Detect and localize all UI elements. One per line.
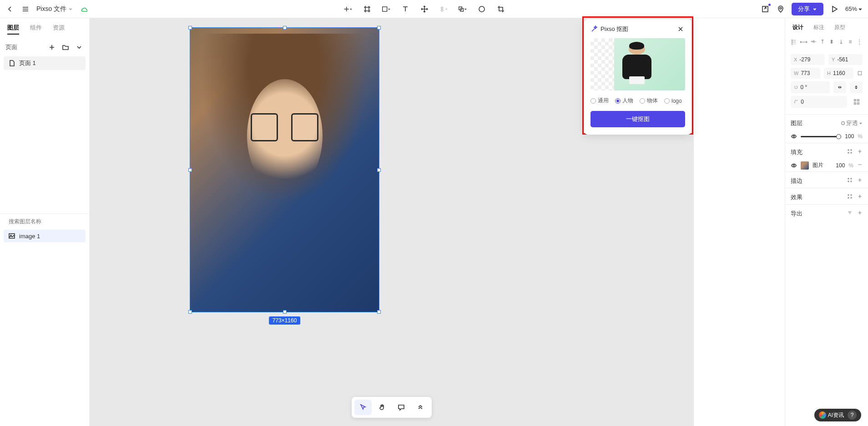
svg-point-27	[851, 181, 852, 182]
page-icon	[8, 60, 15, 67]
layer-mode-dropdown[interactable]: 穿透	[841, 119, 863, 127]
radius-field[interactable]	[791, 96, 847, 108]
rotation-field[interactable]	[791, 81, 830, 93]
hand-tool[interactable]	[373, 400, 391, 415]
option-logo[interactable]: logo	[664, 97, 682, 105]
stroke-section-header: 描边	[785, 171, 868, 188]
tab-prototype[interactable]: 原型	[834, 24, 845, 31]
option-general[interactable]: 通用	[590, 97, 609, 105]
effect-style-icon[interactable]	[847, 193, 853, 201]
link-dimensions-icon[interactable]	[857, 68, 863, 79]
resize-handle-ml[interactable]	[188, 168, 192, 172]
fill-type-label[interactable]: 图片	[812, 161, 832, 169]
selected-image[interactable]: 773×1160	[190, 27, 379, 312]
add-effect-icon[interactable]	[857, 193, 863, 201]
crop-tool[interactable]	[496, 5, 505, 14]
align-top-icon[interactable]: ⤒	[820, 39, 826, 45]
height-field[interactable]: H	[824, 68, 853, 79]
opacity-slider[interactable]	[801, 136, 841, 137]
resize-handle-tr[interactable]	[377, 26, 381, 30]
resize-handle-bm[interactable]	[283, 310, 287, 314]
text-tool[interactable]	[401, 5, 410, 14]
flip-h-button[interactable]	[833, 81, 846, 93]
opacity-value[interactable]: 100	[845, 133, 854, 140]
distribute-v-icon[interactable]: ⋮	[857, 39, 863, 45]
visibility-icon[interactable]	[791, 133, 797, 140]
location-icon[interactable]	[776, 5, 785, 14]
help-icon[interactable]: ?	[848, 411, 857, 420]
resize-handle-br[interactable]	[377, 310, 381, 314]
component-tool[interactable]	[439, 5, 448, 14]
fill-swatch[interactable]	[801, 161, 809, 170]
svg-point-26	[848, 181, 849, 182]
option-object[interactable]: 物体	[640, 97, 658, 105]
tab-layers[interactable]: 图层	[7, 24, 19, 35]
add-stroke-icon[interactable]	[857, 176, 863, 185]
add-page-icon[interactable]	[47, 43, 56, 52]
back-button[interactable]	[5, 5, 15, 14]
filter-icon[interactable]	[81, 218, 81, 225]
tab-design[interactable]: 设计	[792, 24, 803, 31]
frame-tool[interactable]	[363, 5, 372, 14]
cutout-button[interactable]: 一键抠图	[590, 111, 685, 127]
add-tool[interactable]	[343, 5, 353, 14]
pages-folder-icon[interactable]	[61, 43, 70, 52]
collapse-pages-icon[interactable]	[75, 43, 84, 52]
export-settings-icon[interactable]	[847, 209, 853, 218]
shape-tool[interactable]	[382, 5, 391, 14]
menu-button[interactable]	[21, 5, 30, 14]
tab-components[interactable]: 组件	[30, 24, 42, 35]
add-export-icon[interactable]	[857, 209, 863, 218]
fill-opacity-value[interactable]: 100	[836, 162, 845, 169]
export-icon[interactable]	[761, 5, 770, 14]
x-field[interactable]: X	[791, 54, 825, 65]
align-center-h-icon[interactable]: ⟷	[800, 39, 807, 45]
more-tools[interactable]	[412, 400, 429, 415]
tab-annotate[interactable]: 标注	[813, 24, 824, 31]
watermark-icon	[819, 411, 826, 419]
page-item[interactable]: 页面 1	[4, 56, 86, 70]
layer-item[interactable]: image 1	[4, 230, 86, 242]
align-left-icon[interactable]: ⬱	[791, 39, 797, 45]
align-center-v-icon[interactable]: ⬍	[829, 39, 835, 45]
file-name[interactable]: Pixso 文件	[36, 5, 73, 13]
boolean-tool[interactable]	[458, 5, 467, 14]
fill-visibility-icon[interactable]	[791, 162, 797, 169]
svg-rect-12	[858, 71, 862, 75]
ellipse-tool[interactable]	[477, 5, 486, 14]
align-bottom-icon[interactable]: ⤓	[838, 39, 844, 45]
remove-fill-icon[interactable]	[857, 161, 863, 170]
pointer-tool[interactable]	[354, 400, 372, 415]
add-fill-icon[interactable]	[857, 148, 863, 156]
settings-icon[interactable]	[84, 218, 85, 225]
y-field[interactable]: Y	[828, 54, 863, 65]
cutout-popup: Pixso 抠图 通用 人物 物体 logo 一键抠图	[584, 19, 691, 135]
search-input[interactable]	[9, 218, 77, 225]
resize-handle-bl[interactable]	[188, 310, 192, 314]
resize-handle-tl[interactable]	[188, 26, 192, 30]
transform-section: X Y W H	[785, 48, 868, 115]
width-field[interactable]: W	[791, 68, 820, 79]
play-button[interactable]	[830, 5, 839, 14]
resize-handle-mr[interactable]	[377, 168, 381, 172]
close-popup-button[interactable]	[676, 25, 685, 34]
magic-wand-icon	[590, 25, 598, 33]
share-button[interactable]: 分享	[792, 3, 823, 15]
tab-assets[interactable]: 资源	[53, 24, 65, 35]
stroke-style-icon[interactable]	[847, 176, 853, 185]
resize-handle-tm[interactable]	[283, 26, 287, 30]
distribute-h-icon[interactable]: ≡	[847, 39, 853, 45]
move-tool[interactable]	[420, 5, 429, 14]
cloud-sync-icon[interactable]	[79, 5, 88, 14]
independent-corners-icon[interactable]	[851, 96, 863, 108]
image-layer-icon	[8, 232, 15, 240]
right-panel: 设计 标注 原型 ⬱ ⟷ ⬲ ⤒ ⬍ ⤓ ≡ ⋮ X Y W H	[785, 18, 868, 426]
comment-tool[interactable]	[393, 400, 410, 415]
fill-style-icon[interactable]	[847, 148, 853, 156]
option-person[interactable]: 人物	[615, 97, 633, 105]
canvas-toolbar	[352, 397, 432, 418]
watermark-badge: AI资讯 ?	[814, 409, 861, 421]
flip-v-button[interactable]	[850, 81, 863, 93]
zoom-level[interactable]: 65%	[845, 5, 863, 12]
align-right-icon[interactable]: ⬲	[810, 39, 816, 45]
